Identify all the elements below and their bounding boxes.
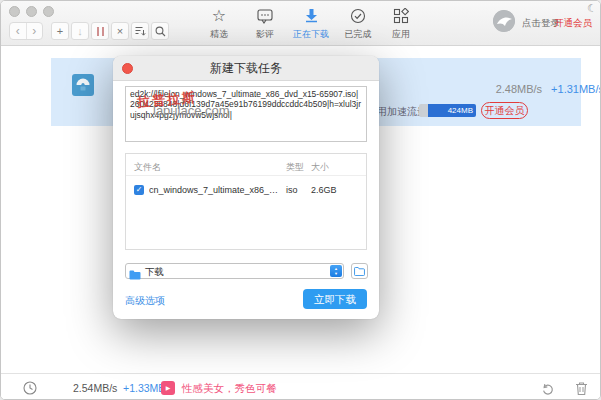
row-speed: 2.48MB/s xyxy=(496,83,542,95)
status-speed: 2.54MB/s xyxy=(73,382,117,394)
tab-downloading[interactable]: 正在下载 xyxy=(289,6,333,41)
browse-folder-button[interactable] xyxy=(351,263,368,279)
user-avatar[interactable] xyxy=(493,10,515,32)
tab-apps[interactable]: 应用 xyxy=(379,6,423,41)
pause-icon xyxy=(97,27,104,36)
dialog-close-icon[interactable] xyxy=(122,63,133,74)
status-bar: 2.54MB/s +1.33MB/s ▶ 性感美女，秀色可餐 xyxy=(1,373,601,400)
dialog-title: 新建下载任务 xyxy=(113,56,379,81)
restore-tasks-icon[interactable] xyxy=(541,382,555,400)
traffic-light-minimize-icon[interactable] xyxy=(26,6,37,17)
forward-button[interactable]: › xyxy=(27,23,43,39)
traffic-light-close-icon[interactable] xyxy=(9,6,20,17)
file-name: cn_windows_7_ultimate_x86_dvd_x... xyxy=(149,185,281,195)
advanced-options-link[interactable]: 高级选项 xyxy=(125,294,165,308)
bird-logo-icon xyxy=(493,10,515,32)
traffic-light-zoom-icon[interactable] xyxy=(43,6,54,17)
star-icon: ☆ xyxy=(212,7,226,25)
download-icon xyxy=(304,8,319,24)
save-path-value: 下载 xyxy=(145,266,164,279)
quota-progress-fill: 424MB xyxy=(428,104,476,117)
header-type: 类型 xyxy=(286,161,304,174)
select-stepper-icon[interactable]: ▲ ▼ xyxy=(330,265,342,277)
row-speed-info: 2.48MB/s+1.31MB/s xyxy=(459,83,601,95)
sort-icon xyxy=(135,26,146,37)
watermark-site: lapulace.com xyxy=(153,103,230,118)
nav-segment: ‹ › xyxy=(9,22,43,40)
file-type: iso xyxy=(286,185,298,195)
moon-icon[interactable]: ☾ xyxy=(587,2,597,15)
download-now-button[interactable]: 立即下载 xyxy=(303,289,367,309)
row-boost-speed: +1.31MB/s xyxy=(551,83,601,95)
pause-button[interactable] xyxy=(91,22,109,40)
back-button[interactable]: ‹ xyxy=(10,23,27,39)
delete-task-button[interactable]: × xyxy=(111,22,129,40)
file-checkbox[interactable]: ✓ xyxy=(134,185,144,195)
toolbar: ‹ › + ↓ × ☆ 精选 xyxy=(1,1,601,46)
quota-progress-track xyxy=(419,104,428,117)
iso-file-icon xyxy=(72,74,94,100)
tab-reviews[interactable]: 影评 xyxy=(243,6,287,41)
search-button[interactable] xyxy=(151,22,169,40)
promo-link[interactable]: 性感美女，秀色可餐 xyxy=(182,382,277,396)
search-icon xyxy=(155,26,166,37)
folder-outline-icon xyxy=(354,267,365,276)
add-task-button[interactable]: + xyxy=(51,22,69,40)
quota-progress-bar: 424MB xyxy=(419,104,476,117)
dialog-header: 新建下载任务 xyxy=(113,56,379,81)
file-list: 文件名 类型 大小 ✓ cn_windows_7_ultimate_x86_dv… xyxy=(125,153,367,250)
table-row[interactable]: ✓ cn_windows_7_ultimate_x86_dvd_x... iso… xyxy=(126,176,366,202)
trash-icon[interactable] xyxy=(575,381,588,400)
header-filename: 文件名 xyxy=(134,161,161,174)
vip-link[interactable]: 开通会员 xyxy=(554,17,592,30)
file-size: 2.6GB xyxy=(311,185,337,195)
header-size: 大小 xyxy=(311,161,329,174)
check-circle-icon xyxy=(350,8,366,24)
file-list-header: 文件名 类型 大小 xyxy=(126,154,366,176)
resume-button[interactable]: ↓ xyxy=(71,22,89,40)
grid-icon xyxy=(393,8,409,24)
row-vip-button[interactable]: 开通会员 xyxy=(481,102,528,119)
comment-icon xyxy=(257,9,273,24)
save-path-select[interactable]: 下载 ▲ ▼ xyxy=(125,263,344,279)
new-task-dialog: 新建下载任务 ed2k://|file|cn_windows_7_ultimat… xyxy=(113,56,379,319)
app-window: ‹ › + ↓ × ☆ 精选 xyxy=(0,0,601,400)
promo-play-icon[interactable]: ▶ xyxy=(161,381,175,395)
tab-completed[interactable]: 已完成 xyxy=(336,6,380,41)
tab-featured[interactable]: ☆ 精选 xyxy=(197,6,241,41)
folder-icon xyxy=(129,266,141,284)
sort-button[interactable] xyxy=(131,22,149,40)
clock-icon xyxy=(23,381,37,399)
